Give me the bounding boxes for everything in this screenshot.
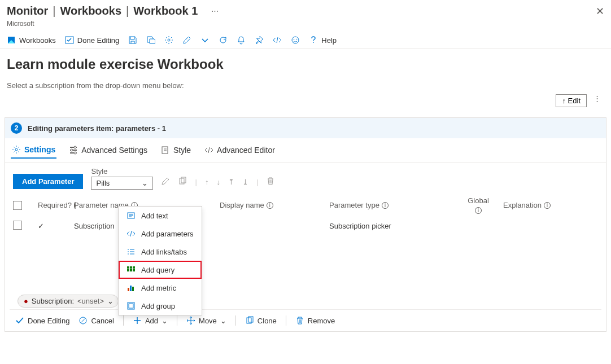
- edit-button[interactable]: ↑ Edit: [556, 94, 587, 107]
- tab-settings[interactable]: Settings: [11, 142, 56, 159]
- add-group-label: Add group: [141, 302, 175, 310]
- param-table: Required?i Parameter name i Display name…: [5, 193, 606, 234]
- style-select[interactable]: Pills ⌄: [91, 177, 153, 190]
- move-bottom-icon[interactable]: ⤓: [242, 178, 248, 186]
- page-header: Monitor | Workbooks | Workbook 1 ⋯ ✕: [0, 0, 611, 20]
- editor-footer: Done Editing Cancel Add⌄ Move⌄ Clone Rem…: [10, 309, 601, 331]
- info-icon[interactable]: i: [267, 202, 273, 209]
- code-icon[interactable]: [273, 36, 282, 45]
- separator: |: [256, 178, 258, 186]
- help-button[interactable]: Help: [309, 36, 337, 45]
- row-checkbox[interactable]: [13, 221, 22, 230]
- svg-point-3: [292, 37, 299, 43]
- add-metric-item[interactable]: Add metric: [119, 279, 202, 297]
- edit-icon[interactable]: [182, 36, 191, 45]
- footer-add[interactable]: Add⌄: [133, 316, 168, 325]
- breadcrumb-workbooks[interactable]: Workbooks: [60, 5, 122, 17]
- refresh-icon[interactable]: [219, 36, 228, 45]
- add-query-item[interactable]: Add query: [119, 261, 202, 279]
- add-links-item[interactable]: Add links/tabs: [119, 243, 202, 261]
- svg-rect-21: [130, 269, 132, 271]
- footer-remove-label: Remove: [308, 317, 335, 325]
- copy-icon[interactable]: [178, 177, 187, 187]
- editor-item-name: parameters - 1: [116, 124, 166, 133]
- svg-rect-20: [127, 269, 129, 271]
- add-parameter-button[interactable]: Add Parameter: [13, 174, 83, 189]
- breadcrumb-sep: |: [126, 5, 129, 17]
- param-table-head: Required?i Parameter name i Display name…: [13, 193, 598, 218]
- svg-point-8: [71, 149, 73, 151]
- pin-dashboard-icon[interactable]: [255, 36, 264, 45]
- required-check-icon: ✓: [38, 222, 72, 230]
- add-params-label: Add parameters: [141, 230, 194, 238]
- editor-header: 2 Editing parameters item: parameters - …: [5, 118, 606, 138]
- svg-point-6: [15, 148, 18, 151]
- row-param-type: Subscription picker: [329, 222, 453, 230]
- workbooks-label: Workbooks: [19, 36, 56, 45]
- separator: [123, 315, 124, 326]
- select-all-checkbox[interactable]: [13, 201, 22, 210]
- subscription-pill[interactable]: ● Subscription: <unset> ⌄: [18, 295, 119, 308]
- move-top-icon[interactable]: ⤒: [228, 178, 234, 186]
- done-editing-label: Done Editing: [77, 36, 119, 45]
- footer-move[interactable]: Move⌄: [186, 316, 226, 325]
- separator: |: [195, 178, 197, 186]
- delete-icon[interactable]: [266, 177, 275, 187]
- add-group-item[interactable]: Add group: [119, 297, 202, 315]
- move-up-icon[interactable]: ↑: [205, 178, 209, 186]
- tab-style[interactable]: Style: [160, 142, 192, 158]
- feedback-icon[interactable]: [291, 36, 300, 45]
- svg-rect-13: [162, 147, 168, 154]
- done-editing-button[interactable]: Done Editing: [65, 36, 119, 45]
- info-icon[interactable]: i: [382, 202, 389, 209]
- svg-rect-27: [129, 304, 133, 308]
- editor-section: 2 Editing parameters item: parameters - …: [5, 117, 606, 332]
- move-down-icon[interactable]: ↓: [216, 178, 220, 186]
- footer-clone[interactable]: Clone: [245, 316, 277, 325]
- footer-done-editing[interactable]: Done Editing: [15, 316, 69, 325]
- separator: [177, 315, 177, 326]
- table-row[interactable]: ✓ Subscription Subscription picker: [13, 218, 598, 234]
- svg-point-10: [74, 146, 76, 148]
- chevron-down-icon[interactable]: [200, 36, 210, 45]
- svg-rect-19: [133, 266, 135, 269]
- page-title: Learn module exercise Workbook: [0, 49, 611, 77]
- close-icon[interactable]: ✕: [596, 5, 604, 17]
- gear-icon[interactable]: [164, 36, 173, 45]
- svg-rect-18: [130, 266, 132, 269]
- save-icon[interactable]: [128, 36, 137, 45]
- edit-param-icon[interactable]: [161, 177, 170, 187]
- svg-point-2: [168, 39, 170, 41]
- svg-point-4: [294, 39, 295, 40]
- org-label: Microsoft: [0, 20, 611, 32]
- style-field-label: Style: [91, 167, 153, 176]
- editor-heading-prefix: Editing parameters item:: [28, 124, 116, 133]
- add-text-item[interactable]: Add text: [119, 207, 202, 225]
- add-parameters-item[interactable]: Add parameters: [119, 225, 202, 243]
- breadcrumb: Monitor | Workbooks | Workbook 1: [7, 5, 198, 17]
- bell-icon[interactable]: [237, 36, 246, 45]
- info-icon[interactable]: i: [544, 202, 551, 209]
- save-as-icon[interactable]: [146, 36, 155, 45]
- col-required: Required?: [38, 201, 72, 209]
- more-icon[interactable]: ⋯: [211, 7, 219, 15]
- breadcrumb-monitor[interactable]: Monitor: [7, 5, 48, 17]
- add-metric-label: Add metric: [141, 284, 176, 292]
- alert-icon: ●: [24, 297, 28, 305]
- tab-advanced[interactable]: Advanced Settings: [68, 142, 149, 158]
- footer-clone-label: Clone: [258, 317, 277, 325]
- command-bar: Workbooks Done Editing Help: [0, 32, 611, 49]
- help-label: Help: [321, 36, 337, 45]
- editor-heading: Editing parameters item: parameters - 1: [28, 124, 166, 133]
- workbooks-button[interactable]: Workbooks: [7, 36, 56, 45]
- tab-style-label: Style: [173, 146, 191, 155]
- more-edit-icon[interactable]: ⋮: [593, 94, 601, 107]
- tab-adv-editor[interactable]: Advanced Editor: [203, 142, 276, 158]
- svg-rect-17: [127, 266, 129, 269]
- add-query-label: Add query: [141, 266, 174, 274]
- footer-cancel-label: Cancel: [91, 317, 114, 325]
- breadcrumb-current: Workbook 1: [133, 5, 198, 17]
- info-icon[interactable]: i: [475, 207, 482, 214]
- footer-remove[interactable]: Remove: [295, 316, 335, 325]
- footer-cancel[interactable]: Cancel: [78, 316, 114, 325]
